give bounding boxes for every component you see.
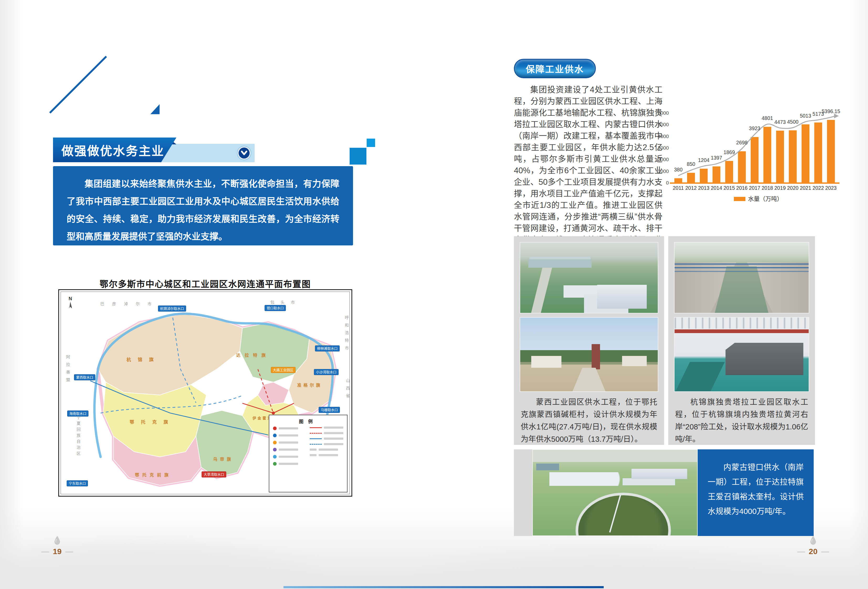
north-arrow: N — [68, 296, 72, 311]
map-inner-frame: N 杭锦旗 达拉特旗 准格尔旗 鄂托克旗 伊金霍洛旗 乌审旗 鄂托克前旗 巴彦淖… — [61, 292, 350, 494]
chart-data-label: 3923 — [749, 125, 760, 131]
photo-detail — [725, 343, 803, 375]
chart-bar — [763, 127, 771, 183]
right-edge-shadow — [850, 0, 868, 589]
map-neighbor-label: 山西省 — [345, 378, 350, 402]
chart-ytick: 1000 — [658, 168, 669, 174]
chart-bar — [700, 169, 708, 183]
section-badge: 保障工业供水 — [514, 59, 596, 78]
photo-detail — [592, 344, 600, 369]
photo-detail — [675, 329, 809, 333]
chart-data-label: 380 — [674, 167, 683, 173]
chart-bar — [674, 178, 682, 183]
map-legend-title: 图例 — [273, 418, 343, 424]
photo-detail — [622, 356, 647, 366]
photo-hangjin-pumphall — [674, 317, 809, 392]
map-neighbor-label: 呼和浩特市 — [344, 316, 349, 354]
chart-bar — [713, 167, 720, 183]
photo-detail — [597, 285, 647, 309]
photo-detail — [573, 368, 605, 391]
diagonal-line-decoration — [39, 42, 171, 121]
map-intake-label: 镫口取水口 — [264, 305, 286, 311]
map-neighbor-label: 宁夏回族自治区 — [75, 415, 81, 458]
chart-data-label: 2698 — [736, 140, 747, 145]
chart-bar — [687, 173, 695, 183]
chart-xtick: 2021 — [800, 185, 811, 191]
chart-bar — [776, 131, 784, 183]
section-banner: 做强做优水务主业 — [53, 137, 176, 162]
chart-bar — [725, 161, 733, 183]
chart-ytick: 2000 — [658, 157, 669, 162]
decorative-square-large — [350, 148, 366, 165]
project-card-hangjin: 杭锦旗独贵塔拉工业园区取水工程，位于杭锦旗境内独贵塔拉黄河右岸“208”险工处，… — [668, 236, 815, 445]
page-number-dash: — — [41, 547, 49, 556]
feature-caption-box: 内蒙古镫口供水（南岸一期）工程，位于达拉特旗王爱召镇裕太奎村。设计供水规模为40… — [698, 449, 814, 536]
chart-data-label: 1204 — [698, 157, 710, 163]
chart-xtick: 2022 — [813, 185, 824, 191]
chart-xtick: 2014 — [711, 185, 722, 191]
body-paragraph: 集团投资建设了4处工业引黄供水工程，分别为蒙西工业园区供水工程、上海庙能源化工基… — [514, 84, 663, 257]
chart-data-label: 5013 — [800, 113, 811, 119]
chart-bar — [789, 130, 797, 183]
chart-bar — [738, 151, 746, 183]
map-legend: 图例 — [269, 415, 347, 492]
map-intake-label: 海南取水口 — [67, 410, 89, 416]
chart-xtick: 2011 — [673, 185, 684, 191]
north-label: N — [68, 296, 72, 301]
map-region-label: 杭锦旗 — [127, 356, 160, 363]
page-number: 19 — [53, 547, 61, 556]
map-region-label: 达拉特旗 — [236, 352, 270, 358]
water-volume-chart: 0100020003000400050006000201120122013201… — [655, 104, 846, 207]
chart-bar — [827, 120, 835, 183]
map-neighbor-label: 巴彦淖尔市 — [100, 301, 159, 306]
photo-mengxi-gate — [520, 317, 658, 392]
photo-detail — [632, 469, 688, 479]
caption-mengxi: 蒙西工业园区供水工程，位于鄂托克旗蒙西镇碱柜村，设计供水规模为年供水1亿吨(27… — [520, 396, 658, 446]
map-title: 鄂尔多斯市中心城区和工业园区水网连通平面布置图 — [58, 277, 352, 290]
chart-data-label: 5396.15 — [822, 108, 840, 114]
chart-data-label: 4500 — [787, 119, 799, 125]
map-region-label: 准格尔旗 — [297, 382, 322, 388]
chart-bar — [802, 124, 809, 183]
chart-legend-label: 水量（万吨） — [748, 196, 783, 202]
chart-ytick: 5000 — [658, 122, 669, 127]
chart-xtick: 2018 — [762, 185, 773, 191]
photo-detail — [531, 356, 561, 368]
chart-ytick: 6000 — [658, 110, 669, 116]
report-spread: 做强做优水务主业 集团组建以来始终聚焦供水主业，不断强化使命担当，有力保障了我市… — [0, 0, 868, 589]
water-drop-icon — [809, 536, 817, 545]
feature-gray-strip — [514, 449, 532, 536]
chart-xtick: 2013 — [698, 185, 709, 191]
map-neighbor-label: 阿拉善盟 — [65, 355, 71, 385]
map-region-label: 乌审旗 — [213, 456, 233, 462]
map-intake-label: 宁东取水口 — [66, 480, 88, 486]
project-card-mengxi: 蒙西工业园区供水工程，位于鄂托克旗蒙西镇碱柜村，设计供水规模为年供水1亿吨(27… — [514, 236, 664, 445]
compass-needle-icon — [68, 301, 72, 310]
caption-hangjin: 杭锦旗独贵塔拉工业园区取水工程，位于杭锦旗境内独贵塔拉黄河右岸“208”险工处，… — [674, 396, 809, 446]
intro-paragraph: 集团组建以来始终聚焦供水主业，不断强化使命担当，有力保障了我市中西部主要工业园区… — [66, 175, 340, 245]
photo-detail — [536, 464, 559, 470]
map-intake-label-red: 大草湾取水口 — [202, 471, 226, 477]
water-drop-icon — [53, 536, 61, 545]
page-number: 20 — [809, 547, 817, 556]
map-intake-label: 马栅取水口 — [319, 407, 340, 413]
chart-bar — [751, 137, 759, 183]
chart-xtick: 2023 — [825, 185, 837, 191]
chart-xtick: 2012 — [685, 185, 697, 191]
photo-detail — [531, 268, 552, 313]
chart-xtick: 2020 — [787, 185, 799, 191]
photo-detail — [549, 472, 625, 486]
chart-data-label: 850 — [686, 161, 695, 167]
intro-highlight-box: 集团组建以来始终聚焦供水主业，不断强化使命担当，有力保障了我市中西部主要工业园区… — [53, 166, 353, 245]
left-edge-shadow — [0, 0, 24, 589]
caption-dengkou: 内蒙古镫口供水（南岸一期）工程，位于达拉特旗王爱召镇裕太奎村。设计供水规模为40… — [708, 460, 804, 519]
photo-hangjin-canal — [674, 242, 809, 313]
chart-data-label: 4801 — [762, 115, 773, 121]
chart-data-label: 1397 — [711, 155, 722, 161]
chart-xtick: 2015 — [723, 185, 735, 191]
chart-xtick: 2019 — [774, 185, 785, 191]
map-neighbor-label: 包头市 — [270, 299, 301, 305]
chart-xtick: 2016 — [736, 185, 747, 191]
chart-data-label: 4473 — [774, 119, 785, 125]
photo-detail — [576, 493, 671, 536]
